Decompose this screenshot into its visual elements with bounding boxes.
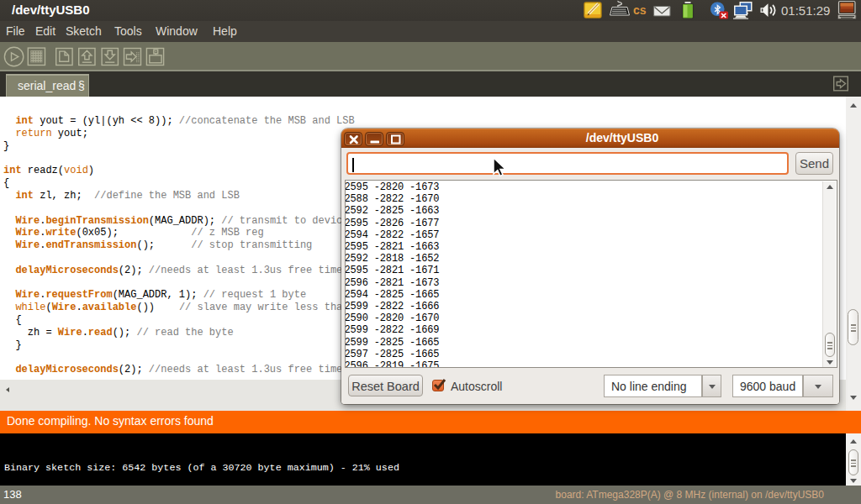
svg-text:cs: cs <box>633 3 647 17</box>
